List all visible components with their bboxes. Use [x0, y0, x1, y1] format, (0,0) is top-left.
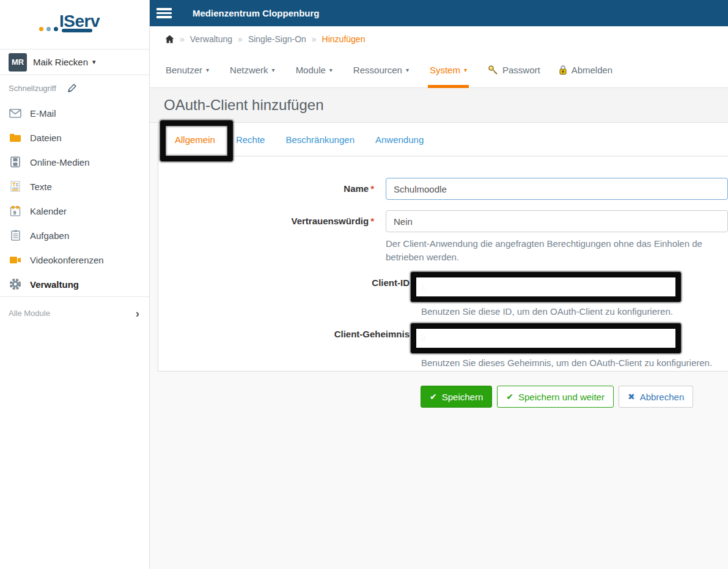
quick-access-label: Schnellzugriff	[9, 84, 56, 93]
nav-label: Passwort	[502, 65, 540, 75]
nav-system[interactable]: System ▾	[428, 52, 469, 87]
oauth-client-form: Name* Vertrauenswürdig* Nein Der Client-…	[158, 156, 728, 370]
logo-dot-yellow	[39, 27, 43, 31]
form-actions: ✔ Speichern ✔ Speichern und weiter ✖ Abb…	[421, 386, 728, 408]
tab-anwendung[interactable]: Anwendung	[365, 123, 434, 156]
name-label: Name*	[158, 178, 374, 200]
film-icon	[9, 156, 22, 168]
breadcrumb-separator: »	[312, 34, 317, 44]
sidebar-item-online-media[interactable]: Online-Medien	[0, 150, 149, 174]
hamburger-menu-icon[interactable]	[156, 6, 172, 20]
svg-text:T: T	[12, 182, 16, 188]
nav-abmelden[interactable]: Abmelden	[557, 52, 615, 87]
client-id-value-redacted[interactable]: 1	[411, 272, 681, 302]
form-panel: Allgemein Rechte Beschränkungen Anwendun…	[158, 123, 728, 372]
sidebar-item-label: Kalender	[30, 206, 67, 216]
redaction-smudge	[416, 329, 675, 348]
chevron-down-icon: ▾	[406, 67, 409, 73]
nav-netzwerk[interactable]: Netzwerk ▾	[228, 52, 277, 87]
iserv-logo[interactable]: IServ	[0, 0, 149, 49]
sidebar-item-tasks[interactable]: Aufgaben	[0, 223, 149, 248]
chevron-down-icon: ▾	[329, 67, 333, 73]
sidebar-item-files[interactable]: Dateien	[0, 125, 149, 150]
chevron-down-icon: ▾	[92, 58, 96, 66]
form-row-client-secret: Client-Geheimnis 3 Benutzen Sie dieses G…	[158, 323, 728, 370]
video-camera-icon	[9, 254, 22, 266]
client-id-label: Client-ID	[158, 272, 410, 318]
cancel-button[interactable]: ✖ Abbrechen	[619, 386, 693, 408]
avatar: MR	[9, 53, 27, 72]
sidebar-item-label: Videokonferenzen	[30, 255, 104, 265]
trusted-label: Vertrauenswürdig*	[158, 210, 374, 264]
tab-beschraenkungen[interactable]: Beschränkungen	[275, 123, 365, 156]
home-icon[interactable]	[165, 35, 174, 43]
client-secret-help: Benutzen Sie dieses Geheimnis, um den OA…	[421, 356, 712, 370]
user-menu[interactable]: MR Maik Riecken ▾	[0, 50, 149, 75]
nav-label: System	[430, 65, 460, 75]
form-row-trusted: Vertrauenswürdig* Nein Der Client-Anwend…	[158, 210, 728, 264]
chevron-down-icon: ▾	[272, 67, 275, 73]
breadcrumb-verwaltung[interactable]: Verwaltung	[190, 34, 232, 44]
all-modules-link[interactable]: Alle Module ›	[0, 299, 149, 327]
breadcrumb: » Verwaltung » Single-Sign-On » Hinzufüg…	[150, 26, 728, 52]
page-title: OAuth-Client hinzufügen	[164, 97, 324, 114]
sidebar-menu: E-Mail Dateien Online-Medien T Texte 9 K…	[0, 101, 149, 296]
breadcrumb-separator: »	[238, 34, 243, 44]
form-row-client-id: Client-ID 1 Benutzen Sie diese ID, um de…	[158, 272, 728, 318]
logo-dot-darkblue	[54, 27, 58, 31]
chevron-right-icon: ›	[136, 307, 139, 319]
pencil-icon[interactable]	[67, 83, 77, 93]
clipboard-icon	[9, 229, 22, 241]
sidebar-item-texts[interactable]: T Texte	[0, 174, 149, 199]
check-icon: ✔	[430, 392, 437, 402]
redaction-smudge	[416, 277, 675, 296]
breadcrumb-single-sign-on[interactable]: Single-Sign-On	[248, 34, 306, 44]
required-asterisk: *	[370, 183, 374, 194]
gear-icon	[9, 278, 22, 290]
client-id-help: Benutzen Sie diese ID, um den OAuth-Clie…	[421, 305, 681, 318]
sidebar-item-email[interactable]: E-Mail	[0, 101, 149, 125]
folder-icon	[9, 131, 22, 144]
envelope-icon	[9, 107, 22, 119]
sidebar-item-administration[interactable]: Verwaltung	[0, 272, 149, 296]
sidebar-item-calendar[interactable]: 9 Kalender	[0, 199, 149, 223]
page-title-bar: OAuth-Client hinzufügen	[150, 88, 728, 123]
client-secret-value-redacted[interactable]: 3	[411, 323, 681, 353]
key-icon	[488, 65, 498, 75]
sidebar-item-label: Verwaltung	[30, 279, 79, 290]
x-icon: ✖	[628, 392, 635, 402]
nav-label: Ressourcen	[353, 65, 402, 75]
chevron-down-icon: ▾	[464, 67, 467, 73]
main-content: OAuth-Client hinzufügen Allgemein Rechte…	[150, 88, 728, 569]
site-title: Medienzentrum Cloppenburg	[193, 8, 320, 18]
breadcrumb-current: Hinzufügen	[322, 34, 366, 44]
all-modules-label: Alle Module	[9, 309, 50, 318]
name-input[interactable]	[386, 178, 728, 200]
trusted-select[interactable]: Nein	[386, 210, 728, 232]
sidebar-item-label: E-Mail	[30, 108, 56, 119]
nav-label: Netzwerk	[230, 65, 268, 75]
sidebar-item-label: Dateien	[30, 133, 62, 143]
chevron-down-icon: ▾	[206, 67, 209, 73]
tab-rechte[interactable]: Rechte	[226, 123, 276, 156]
sidebar-item-videoconference[interactable]: Videokonferenzen	[0, 248, 149, 272]
admin-nav: Benutzer ▾ Netzwerk ▾ Module ▾ Ressource…	[150, 52, 728, 88]
svg-text:9: 9	[13, 210, 17, 216]
calendar-icon: 9	[9, 205, 22, 217]
save-and-continue-button[interactable]: ✔ Speichern und weiter	[497, 386, 614, 408]
save-button[interactable]: ✔ Speichern	[421, 386, 492, 408]
nav-passwort[interactable]: Passwort	[486, 52, 542, 87]
nav-benutzer[interactable]: Benutzer ▾	[164, 52, 211, 87]
sidebar: IServ MR Maik Riecken ▾ Schnellzugriff E…	[0, 0, 150, 569]
user-name: Maik Riecken	[33, 57, 88, 67]
breadcrumb-separator: »	[180, 34, 185, 44]
logo-dot-lightblue	[46, 27, 51, 31]
topbar: Medienzentrum Cloppenburg	[150, 0, 728, 26]
logo-underline	[62, 29, 92, 32]
tab-bar: Allgemein Rechte Beschränkungen Anwendun…	[158, 123, 728, 156]
tab-allgemein[interactable]: Allgemein	[164, 123, 226, 156]
nav-module[interactable]: Module ▾	[294, 52, 334, 87]
form-row-name: Name*	[158, 178, 728, 200]
nav-ressourcen[interactable]: Ressourcen ▾	[351, 52, 411, 87]
nav-label: Abmelden	[572, 65, 613, 75]
